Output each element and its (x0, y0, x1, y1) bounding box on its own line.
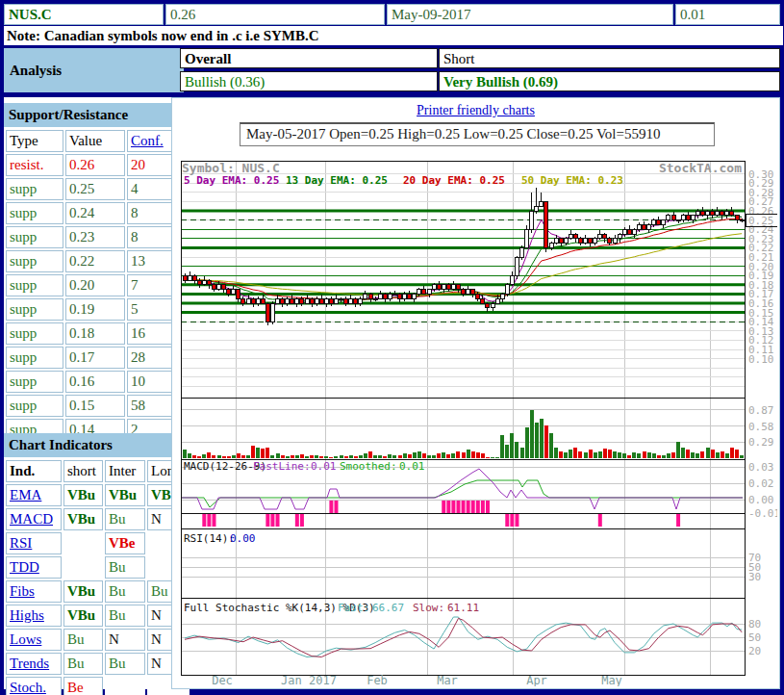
volume-bar (637, 453, 641, 458)
ci-signal-cell: VBu (63, 580, 103, 603)
price-axis-label: 0.10 (748, 353, 774, 366)
candle-body (515, 257, 518, 275)
indicator-link-macd[interactable]: MACD (10, 511, 53, 527)
sr-row: supp0.254 (6, 178, 176, 200)
macd-fast-value: 0.01 (311, 460, 337, 473)
candle-body (549, 244, 553, 248)
indicator-link-fibs[interactable]: Fibs (10, 583, 35, 599)
ci-signal-cell: N (105, 629, 145, 651)
indicator-link-highs[interactable]: Highs (10, 607, 44, 623)
printer-friendly-charts-link[interactable]: Printer friendly charts (417, 103, 535, 117)
ci-row: RSI VBe (6, 532, 190, 554)
volume-bar (188, 453, 191, 458)
candle-body (359, 298, 363, 303)
sr-value-cell: 0.18 (65, 322, 125, 345)
ci-signal-cell: VBu (63, 508, 103, 530)
macd-histogram-bar (510, 514, 514, 527)
sr-header-conf[interactable]: Conf. (127, 130, 176, 152)
candle-body (246, 298, 250, 303)
ci-signal-cell: VBe (105, 532, 145, 554)
indicator-link-ema[interactable]: EMA (10, 487, 41, 502)
macd-histogram-bar (676, 514, 680, 527)
candle-body (706, 211, 710, 216)
volume-bar (643, 451, 646, 458)
candle-body (643, 224, 646, 229)
volume-bar (364, 453, 367, 458)
volume-bar (241, 455, 245, 458)
sr-type-cell: supp (6, 250, 63, 272)
volume-bar (471, 451, 475, 458)
volume-bar (446, 454, 450, 458)
ema-legend-item: 20 Day EMA: 0.25 (403, 174, 505, 187)
macd-histogram-bar (207, 514, 211, 527)
indicator-link-stoch[interactable]: Stoch. (10, 680, 46, 695)
sr-row: supp0.1728 (6, 347, 176, 369)
ci-name-cell[interactable]: TDD (6, 556, 62, 579)
candle-body (603, 234, 607, 239)
candle-body (319, 298, 323, 303)
candle-body (232, 290, 236, 295)
ci-name-cell[interactable]: Trends (6, 653, 62, 675)
volume-bar (603, 449, 607, 458)
ci-row: Stoch.Be (6, 677, 190, 695)
macd-axis-label: -0.01 (748, 507, 777, 520)
conf-link[interactable]: Conf. (131, 133, 164, 148)
sr-conf-cell: 20 (127, 154, 176, 176)
candle-body (725, 211, 729, 216)
candle-body (315, 298, 318, 303)
sr-type-cell: supp (6, 226, 63, 248)
macd-histogram-bar (598, 514, 602, 527)
candle-body (300, 298, 304, 303)
analysis-overall-value: Bullish (0.36) (180, 71, 438, 91)
candle-body (427, 290, 431, 295)
stoch-axis-label: 50 (748, 631, 761, 644)
macd-histogram-bar (442, 501, 445, 513)
ci-signal-cell: Bu (105, 605, 145, 627)
sr-type-cell: supp (6, 395, 63, 417)
volume-bar (495, 457, 499, 458)
ci-name-cell[interactable]: RSI (6, 532, 62, 554)
ci-signal-cell: Bu (105, 580, 145, 603)
analysis-short-value: Very Bullish (0.69) (439, 71, 780, 91)
candle-body (286, 298, 290, 303)
volume-bar (392, 455, 396, 458)
volume-bar (608, 450, 612, 458)
macd-histogram-bar (270, 514, 274, 527)
volume-bar (740, 455, 744, 458)
candle-body (525, 229, 529, 247)
indicator-link-rsi[interactable]: RSI (10, 535, 32, 551)
sr-value-cell: 0.20 (65, 274, 125, 296)
month-axis-label: Jan 2017 (281, 674, 337, 686)
indicator-link-lows[interactable]: Lows (10, 631, 41, 647)
ci-name-cell[interactable]: EMA (6, 484, 62, 506)
ci-name-cell[interactable]: MACD (6, 508, 62, 530)
volume-bar (319, 456, 323, 458)
quote-symbol[interactable]: NUS.C (4, 4, 164, 25)
ci-name-cell[interactable]: Highs (6, 605, 62, 627)
volume-bar (183, 450, 187, 458)
indicator-link-trends[interactable]: Trends (10, 656, 49, 671)
volume-bar (276, 453, 280, 458)
volume-bar (632, 452, 636, 458)
indicator-link-tdd[interactable]: TDD (10, 559, 39, 575)
candle-body (261, 298, 265, 303)
candle-body (324, 298, 328, 303)
volume-bar (613, 451, 617, 458)
volume-bar (554, 448, 558, 459)
candle-body (716, 211, 720, 216)
ci-header-ind: Ind. (6, 460, 62, 482)
candle-body (671, 216, 675, 220)
ci-name-cell[interactable]: Fibs (6, 580, 62, 603)
volume-bar (403, 453, 407, 458)
volume-bar (671, 452, 675, 458)
volume-bar (442, 452, 445, 458)
volume-bar (437, 453, 441, 458)
candle-body (584, 239, 588, 244)
ci-name-cell[interactable]: Stoch. (6, 677, 62, 695)
candle-body (730, 211, 734, 216)
chart-panel: Printer friendly charts May-05-2017 Open… (171, 97, 780, 689)
macd-histogram-bar (471, 501, 475, 513)
volume-bar (681, 448, 685, 459)
ci-name-cell[interactable]: Lows (6, 629, 62, 651)
volume-bar (300, 454, 304, 458)
